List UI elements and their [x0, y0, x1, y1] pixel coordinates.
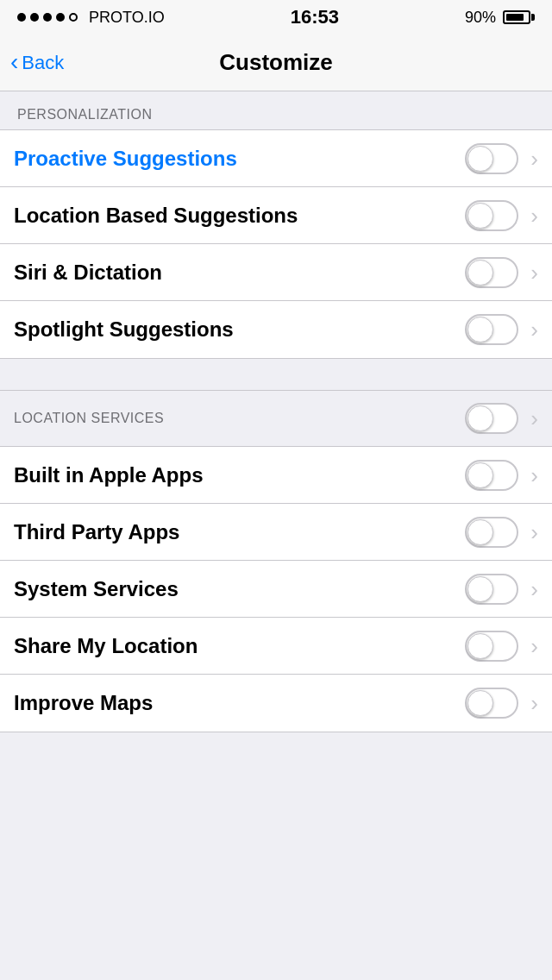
toggle-thumb	[467, 633, 493, 659]
row-left: Spotlight Suggestions	[14, 317, 465, 342]
nav-bar: ‹ Back Customize	[0, 35, 552, 91]
third-party-apps-toggle[interactable]	[465, 517, 518, 548]
dot-1	[17, 13, 26, 22]
third-party-apps-chevron: ›	[530, 521, 538, 543]
row-right: ›	[465, 517, 538, 548]
carrier-label: PROTO.IO	[89, 9, 165, 27]
personalization-list: Proactive Suggestions › Location Based S…	[0, 129, 552, 359]
location-based-suggestions-toggle[interactable]	[465, 200, 518, 231]
dot-5	[69, 13, 78, 22]
toggle-thumb	[467, 317, 493, 342]
system-services-toggle[interactable]	[465, 574, 518, 605]
battery-fill	[506, 14, 524, 21]
toggle-thumb	[467, 690, 493, 716]
back-button[interactable]: ‹ Back	[10, 52, 64, 74]
row-built-in-apple-apps[interactable]: Built in Apple Apps ›	[0, 447, 552, 504]
system-services-label: System Services	[14, 577, 179, 601]
spacer	[0, 359, 552, 390]
row-left: Share My Location	[14, 634, 465, 658]
row-right: ›	[465, 314, 538, 345]
row-left: Location Based Suggestions	[14, 204, 465, 228]
row-right: ›	[465, 200, 538, 231]
share-my-location-toggle[interactable]	[465, 631, 518, 662]
location-based-suggestions-label: Location Based Suggestions	[14, 204, 298, 228]
location-services-header-row[interactable]: LOCATION SERVICES ›	[0, 390, 552, 447]
row-improve-maps[interactable]: Improve Maps ›	[0, 675, 552, 732]
row-siri-dictation[interactable]: Siri & Dictation ›	[0, 244, 552, 301]
siri-dictation-chevron: ›	[530, 261, 538, 284]
improve-maps-toggle[interactable]	[465, 688, 518, 719]
proactive-suggestions-toggle[interactable]	[465, 143, 518, 174]
row-left: Third Party Apps	[14, 520, 465, 544]
toggle-thumb	[467, 203, 493, 229]
row-right: ›	[465, 460, 538, 491]
toggle-thumb	[467, 146, 493, 172]
row-proactive-suggestions[interactable]: Proactive Suggestions ›	[0, 130, 552, 187]
row-left: Proactive Suggestions	[14, 147, 465, 171]
dot-2	[30, 13, 39, 22]
row-left: Built in Apple Apps	[14, 463, 465, 487]
siri-dictation-label: Siri & Dictation	[14, 261, 162, 285]
status-time: 16:53	[291, 6, 339, 28]
row-third-party-apps[interactable]: Third Party Apps ›	[0, 504, 552, 561]
dot-3	[43, 13, 52, 22]
row-left: Improve Maps	[14, 691, 465, 715]
row-right: ›	[465, 143, 538, 174]
share-my-location-chevron: ›	[530, 635, 538, 657]
row-system-services[interactable]: System Services ›	[0, 561, 552, 618]
battery-tip	[531, 14, 535, 21]
siri-dictation-toggle[interactable]	[465, 257, 518, 288]
location-services-chevron: ›	[530, 407, 538, 430]
proactive-suggestions-chevron: ›	[530, 148, 538, 170]
share-my-location-label: Share My Location	[14, 634, 198, 658]
signal-dots	[17, 13, 78, 22]
row-left: Siri & Dictation	[14, 261, 465, 285]
dot-4	[56, 13, 65, 22]
row-right: ›	[465, 574, 538, 605]
improve-maps-label: Improve Maps	[14, 691, 153, 715]
spotlight-suggestions-label: Spotlight Suggestions	[14, 317, 234, 342]
built-in-apple-apps-label: Built in Apple Apps	[14, 463, 204, 487]
toggle-thumb	[467, 405, 493, 431]
spotlight-suggestions-chevron: ›	[530, 318, 538, 341]
status-bar: PROTO.IO 16:53 90%	[0, 0, 552, 35]
location-services-toggle[interactable]	[465, 403, 518, 434]
row-right: ›	[465, 257, 538, 288]
built-in-apple-apps-toggle[interactable]	[465, 460, 518, 491]
toggle-thumb	[467, 576, 493, 602]
row-right: ›	[465, 403, 538, 434]
location-services-list: Built in Apple Apps › Third Party Apps ›…	[0, 447, 552, 732]
system-services-chevron: ›	[530, 578, 538, 600]
proactive-suggestions-label: Proactive Suggestions	[14, 147, 237, 171]
status-right: 90%	[465, 9, 535, 27]
personalization-section-header: PERSONALIZATION	[0, 91, 552, 129]
battery-icon	[503, 10, 535, 24]
page-title: Customize	[219, 49, 332, 76]
toggle-thumb	[467, 462, 493, 488]
back-chevron-icon: ‹	[10, 50, 18, 74]
back-label: Back	[22, 52, 64, 74]
improve-maps-chevron: ›	[530, 692, 538, 714]
location-services-header-label: LOCATION SERVICES	[14, 411, 164, 426]
battery-percent: 90%	[465, 9, 496, 27]
battery-body	[503, 10, 530, 24]
row-right: ›	[465, 688, 538, 719]
toggle-thumb	[467, 260, 493, 286]
row-right: ›	[465, 631, 538, 662]
built-in-apple-apps-chevron: ›	[530, 464, 538, 487]
row-share-my-location[interactable]: Share My Location ›	[0, 618, 552, 675]
row-location-based-suggestions[interactable]: Location Based Suggestions ›	[0, 187, 552, 244]
third-party-apps-label: Third Party Apps	[14, 520, 179, 544]
row-left: System Services	[14, 577, 465, 601]
spotlight-suggestions-toggle[interactable]	[465, 314, 518, 345]
row-spotlight-suggestions[interactable]: Spotlight Suggestions ›	[0, 301, 552, 358]
toggle-thumb	[467, 519, 493, 545]
status-left: PROTO.IO	[17, 9, 165, 27]
location-based-suggestions-chevron: ›	[530, 204, 538, 227]
